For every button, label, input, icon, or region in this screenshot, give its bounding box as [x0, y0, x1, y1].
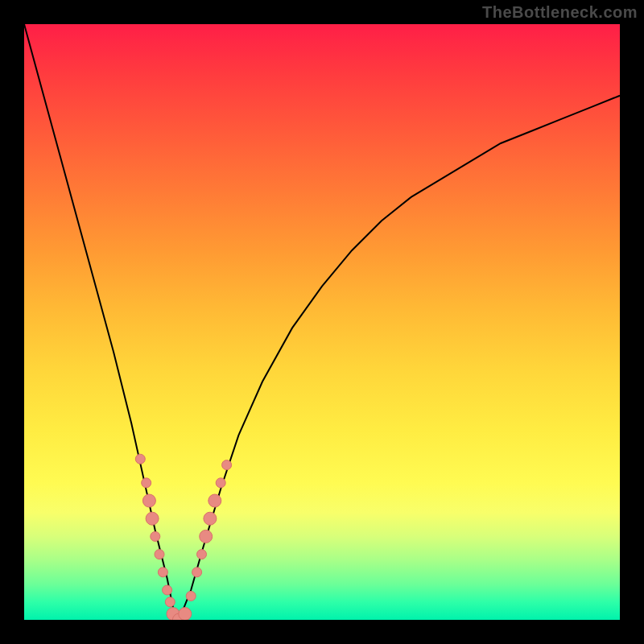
curve-marker [222, 460, 232, 470]
curve-marker [163, 585, 172, 595]
curve-marker [142, 494, 155, 507]
marker-group [135, 454, 231, 620]
curve-marker [179, 608, 192, 620]
watermark-text: TheBottleneck.com [482, 3, 638, 22]
chart-plot-area [24, 24, 620, 620]
curve-marker [216, 478, 225, 488]
curve-marker [135, 454, 145, 464]
curve-marker [186, 591, 196, 601]
curve-marker [146, 512, 159, 525]
curve-marker [204, 512, 217, 525]
curve-marker [151, 531, 160, 541]
chart-svg [24, 24, 620, 620]
bottleneck-curve [24, 24, 620, 620]
curve-marker [208, 494, 221, 507]
curve-marker [165, 597, 175, 607]
curve-marker [158, 568, 167, 577]
curve-marker [197, 550, 207, 559]
curve-marker [192, 568, 202, 577]
curve-marker [200, 530, 213, 543]
chart-container: TheBottleneck.com [0, 0, 644, 644]
curve-marker [142, 478, 151, 488]
curve-marker [155, 550, 164, 559]
